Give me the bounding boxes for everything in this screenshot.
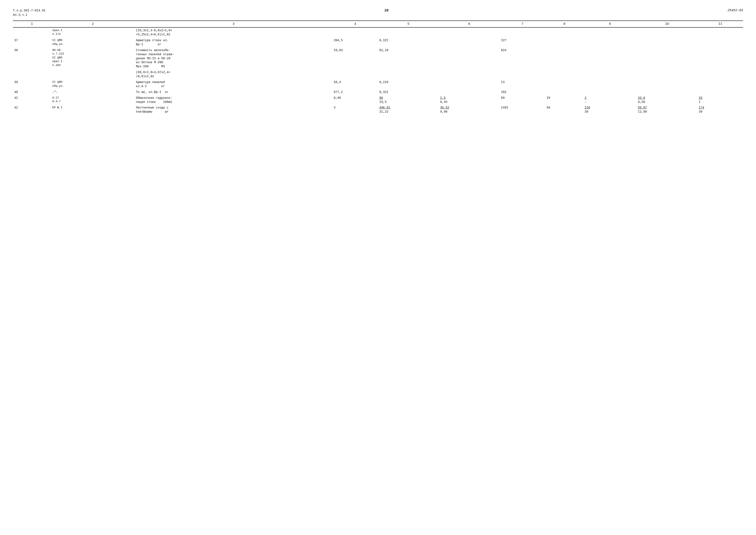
- value-underline: II0: [585, 106, 590, 109]
- row-col10: [636, 79, 697, 89]
- col-header-8: 8: [545, 21, 583, 27]
- row-col6: 36,529,98: [439, 105, 500, 115]
- main-table-container: I 2 3 4 5 6 7 8 9 IO II прил.Iп.I74 (53,…: [13, 20, 743, 115]
- value-underline: 33,6: [638, 96, 645, 100]
- row-col10: [636, 70, 697, 79]
- row-col7: I3: [500, 79, 545, 89]
- col-header-1: I: [13, 21, 51, 27]
- row-col7: 282: [500, 89, 545, 95]
- row-col4: 877,2: [333, 89, 378, 95]
- col-header-9: 9: [583, 21, 636, 27]
- row-col4: 58,4: [333, 79, 378, 89]
- row-col8: [545, 79, 583, 89]
- value-underline: 36,52: [440, 106, 449, 109]
- row-ref: СС ЦМОобщ.ук.: [51, 38, 135, 47]
- row-col9: [583, 27, 636, 38]
- row-col8: [545, 70, 583, 79]
- row-col5: 0,32I: [378, 38, 439, 47]
- row-col7: 824: [500, 47, 545, 70]
- row-col6: [439, 79, 500, 89]
- row-col9: [583, 79, 636, 89]
- row-ref: –"–: [51, 89, 135, 95]
- row-col6: [439, 47, 500, 70]
- row-col8: [545, 47, 583, 70]
- main-table: I 2 3 4 5 6 7 8 9 IO II прил.Iп.I74 (53,…: [13, 20, 743, 115]
- row-col11: [697, 70, 743, 79]
- col-header-7: 7: [500, 21, 545, 27]
- row-id: [13, 70, 51, 79]
- header-left: Т.п.р.50I-7-0I4.9I Ал.3,ч.I: [13, 9, 45, 17]
- row-col9: [583, 47, 636, 70]
- row-col8: [545, 27, 583, 38]
- value-underline: I74: [699, 106, 704, 109]
- row-col6: [439, 38, 500, 47]
- row-col8: [545, 38, 583, 47]
- page-header: Т.п.р.50I-7-0I4.9I Ал.3,ч.I 28 25452-03: [13, 9, 743, 17]
- table-header-row: I 2 3 4 5 6 7 8 9 IO II: [13, 21, 743, 27]
- table-row: 4I 8-278-4-7 Обмазочная гидроизо-ляция с…: [13, 95, 743, 105]
- row-col6: I,50,45: [439, 95, 500, 105]
- row-desc: Стоимость железобе-тонных панелей ограж-…: [135, 47, 333, 70]
- value-underline: I,5: [440, 96, 446, 100]
- row-ref: ЕР № I: [51, 105, 135, 115]
- row-col5: 0,229: [378, 79, 439, 89]
- row-col11: 33I: [697, 95, 743, 105]
- row-col9: [583, 70, 636, 79]
- table-row: (69,0+I,0+4,07х2,4++0,8)хI,02: [13, 70, 743, 79]
- row-col5: 0,32I: [378, 89, 439, 95]
- row-col5: 90I9,5: [378, 95, 439, 105]
- value-underline: 33: [699, 96, 702, 100]
- row-col8: I9: [545, 95, 583, 105]
- col-header-5: 5: [378, 21, 439, 27]
- row-col7: 89: [500, 95, 545, 105]
- row-ref: 06-08п.7.222СС ЦМОприл.Iп.204: [51, 47, 135, 70]
- col-header-2: 2: [51, 21, 135, 27]
- row-col10: 33,60,58: [636, 95, 697, 105]
- header-page-number: 28: [385, 9, 389, 13]
- row-col11: [697, 89, 743, 95]
- row-ref: СС ЦМОобщ.ук.: [51, 79, 135, 89]
- row-col5: 82,I8: [378, 47, 439, 70]
- col-header-4: 4: [333, 21, 378, 27]
- row-col10: [636, 89, 697, 95]
- row-col7: I27: [500, 38, 545, 47]
- row-col7: I49I: [500, 105, 545, 115]
- row-col4: I0,03: [333, 47, 378, 70]
- row-col4: [333, 70, 378, 79]
- value-underline: 2: [585, 96, 586, 100]
- table-row: 42 ЕР № I Лестничные сходы сплатформы шт…: [13, 105, 743, 115]
- header-doc-number: 25452-03: [728, 9, 743, 12]
- table-row: прил.Iп.I74 (53,3хI,3-0,8х2+I,0++5,25х2,…: [13, 27, 743, 38]
- row-col11: I7439: [697, 105, 743, 115]
- row-col7: [500, 27, 545, 38]
- row-col9: [583, 89, 636, 95]
- col-header-6: 6: [439, 21, 500, 27]
- row-col5: [378, 70, 439, 79]
- row-col11: [697, 38, 743, 47]
- row-col8: 94: [545, 105, 583, 115]
- col-header-3: 3: [135, 21, 333, 27]
- row-id: 39: [13, 79, 51, 89]
- value-underline: 496,92: [379, 106, 390, 109]
- row-col8: [545, 89, 583, 95]
- col-header-11: II: [697, 21, 743, 27]
- row-id: 40: [13, 89, 51, 95]
- row-id: 4I: [13, 95, 51, 105]
- row-col4: 3: [333, 105, 378, 115]
- row-id: [13, 27, 51, 38]
- value-underline: 90: [379, 96, 383, 100]
- row-desc: Арматура стоек кл.Вр-I кг: [135, 38, 333, 47]
- row-col11: [697, 79, 743, 89]
- row-desc: Обмазочная гидроизо-ляция стоек I00м2: [135, 95, 333, 105]
- row-ref: прил.Iп.I74: [51, 27, 135, 38]
- row-desc: (69,0+I,0+4,07х2,4++0,8)хI,02: [135, 70, 333, 79]
- row-col5: [378, 27, 439, 38]
- header-ref-line1: Т.п.р.50I-7-0I4.9I: [13, 9, 45, 13]
- row-col4: 394,5: [333, 38, 378, 47]
- row-col10: [636, 47, 697, 70]
- row-col6: [439, 27, 500, 38]
- row-col10: [636, 27, 697, 38]
- col-header-10: IO: [636, 21, 697, 27]
- row-desc: То же, кл.Вр-I кг: [135, 89, 333, 95]
- row-col7: [500, 70, 545, 79]
